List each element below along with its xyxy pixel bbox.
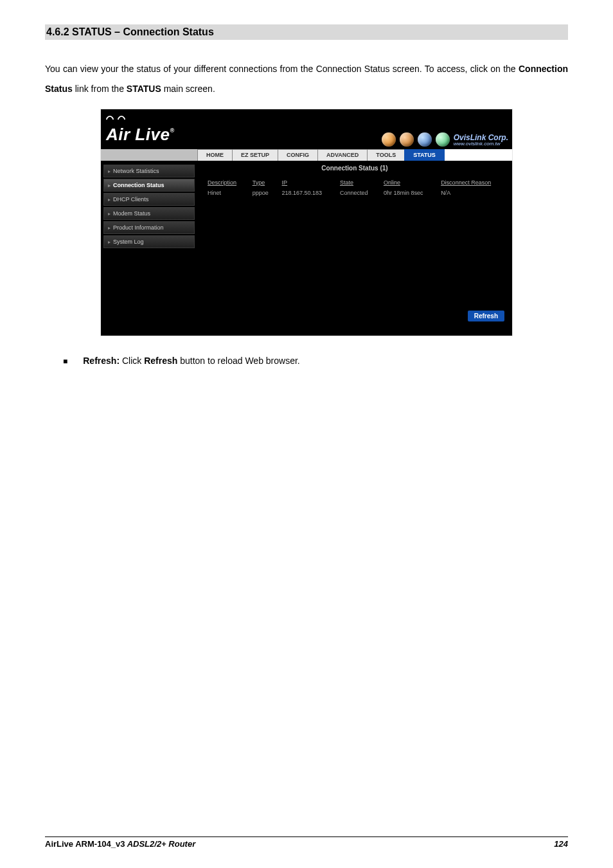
- tab-config[interactable]: CONFIG: [278, 149, 318, 161]
- connection-status-table: Description Type IP State Online Disconn…: [202, 177, 507, 199]
- logo-text: Air Live®: [106, 125, 175, 144]
- td-disconnect: N/A: [437, 188, 506, 197]
- mail-orb-icon[interactable]: [436, 132, 450, 147]
- bullet-bold-1: Refresh:: [83, 356, 120, 366]
- td-description: Hinet: [204, 188, 247, 197]
- th-description: Description: [204, 178, 247, 187]
- td-online: 0hr 18min 8sec: [380, 188, 436, 197]
- th-disconnect: Disconnect Reason: [437, 178, 506, 187]
- tab-status[interactable]: STATUS: [404, 149, 445, 161]
- ovislink-url-text: www.ovislink.com.tw: [454, 141, 508, 147]
- ovislink-brand: OvisLink Corp. www.ovislink.com.tw: [454, 134, 508, 147]
- sidebar-label: Connection Status: [113, 182, 164, 188]
- router-admin-screenshot: Air Live® OvisLink Corp. www.ovislink.co…: [100, 109, 513, 336]
- section-heading: 4.6.2 STATUS – Connection Status: [45, 24, 568, 40]
- refresh-button[interactable]: Refresh: [468, 311, 504, 321]
- intro-paragraph: You can view your the status of your dif…: [45, 59, 568, 99]
- sidebar-label: Modem Status: [113, 210, 150, 217]
- bullet-text-2: button to reload Web browser.: [177, 356, 299, 366]
- sidebar-label: DHCP Clients: [113, 196, 148, 203]
- refresh-orb-icon[interactable]: [418, 132, 432, 147]
- intro-bold-2: STATUS: [127, 84, 161, 94]
- intro-text-3: main screen.: [161, 84, 215, 94]
- bullet-bold-2: Refresh: [144, 356, 177, 366]
- sidebar-item-dhcp-clients[interactable]: DHCP Clients: [103, 193, 195, 206]
- sidebar-item-product-information[interactable]: Product Information: [103, 221, 195, 234]
- td-type: pppoe: [249, 188, 277, 197]
- content-panel: Connection Status (1) Description Type I…: [197, 162, 512, 336]
- sidebar-item-network-statistics[interactable]: Network Statistics: [103, 165, 195, 177]
- sidebar: Network Statistics Connection Status DHC…: [101, 162, 197, 336]
- refresh-row: Refresh: [202, 308, 507, 324]
- sidebar-item-modem-status[interactable]: Modem Status: [103, 207, 195, 220]
- tab-advanced[interactable]: ADVANCED: [317, 149, 368, 161]
- tab-ezsetup[interactable]: EZ SETUP: [232, 149, 278, 161]
- table-header-row: Description Type IP State Online Disconn…: [204, 178, 506, 187]
- intro-text-2: link from the: [73, 84, 127, 94]
- top-tabs: HOME EZ SETUP CONFIG ADVANCED TOOLS STAT…: [101, 149, 512, 162]
- th-ip: IP: [278, 178, 335, 187]
- content-title: Connection Status (1): [202, 165, 507, 172]
- bullet-text-1: Click: [120, 356, 144, 366]
- td-state: Connected: [336, 188, 378, 197]
- world-orb-icon[interactable]: [400, 132, 414, 147]
- bullet-square-icon: ■: [63, 357, 67, 366]
- home-orb-icon[interactable]: [382, 132, 396, 147]
- bullet-refresh: ■ Refresh: Click Refresh button to reloa…: [63, 356, 568, 366]
- footer-product: AirLive ARM-104_v3: [45, 839, 125, 849]
- footer-page-number: 124: [554, 839, 568, 849]
- tab-home[interactable]: HOME: [197, 149, 233, 161]
- airlive-logo: Air Live®: [106, 113, 175, 145]
- th-type: Type: [249, 178, 277, 187]
- sidebar-label: Product Information: [113, 224, 164, 231]
- logo-arcs-icon: [106, 113, 134, 125]
- table-row: Hinet pppoe 218.167.50.183 Connected 0hr…: [204, 188, 506, 197]
- sidebar-label: Network Statistics: [113, 168, 159, 174]
- th-online: Online: [380, 178, 436, 187]
- sidebar-label: System Log: [113, 239, 144, 245]
- admin-header: Air Live® OvisLink Corp. www.ovislink.co…: [101, 109, 512, 149]
- sidebar-item-connection-status[interactable]: Connection Status: [103, 179, 195, 192]
- td-ip: 218.167.50.183: [278, 188, 335, 197]
- tab-tools[interactable]: TOOLS: [367, 149, 405, 161]
- intro-text-1: You can view your the status of your dif…: [45, 64, 519, 74]
- header-right-cluster: OvisLink Corp. www.ovislink.com.tw: [382, 132, 508, 147]
- sidebar-item-system-log[interactable]: System Log: [103, 235, 195, 248]
- th-state: State: [336, 178, 378, 187]
- page-footer: AirLive ARM-104_v3 ADSL2/2+ Router 124: [45, 836, 568, 849]
- footer-model-suffix: ADSL2/2+ Router: [125, 839, 196, 849]
